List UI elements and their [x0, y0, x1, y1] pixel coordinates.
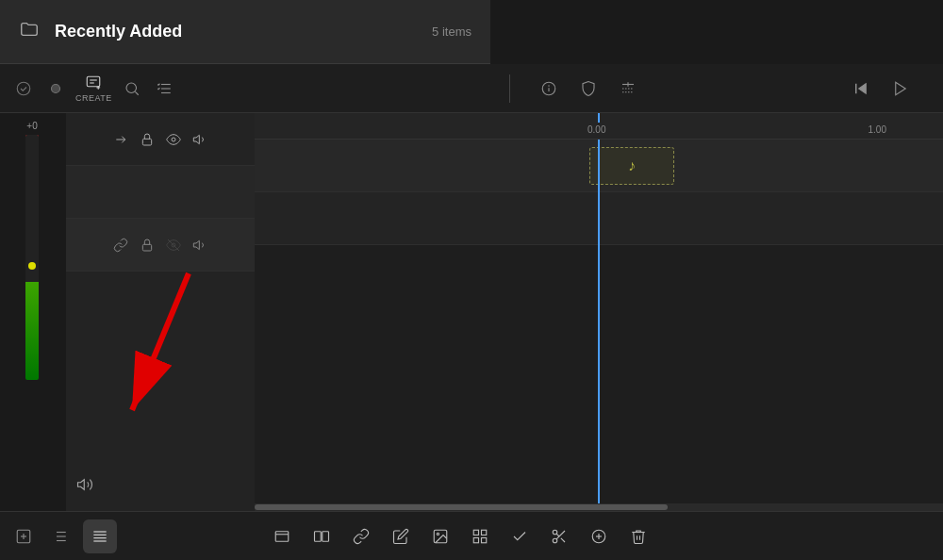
list-view-button[interactable]: [47, 524, 72, 549]
playhead-line: [598, 140, 600, 511]
record-button[interactable]: [43, 76, 68, 101]
svg-point-0: [17, 82, 30, 95]
toolbar-right-group: [518, 76, 932, 101]
track-1-timeline-area: [66, 166, 255, 219]
svg-point-24: [172, 138, 175, 141]
svg-rect-50: [473, 530, 478, 535]
skip-back-button[interactable]: [849, 76, 873, 101]
bottom-left-toolbar: [0, 511, 255, 560]
track2-volume-button[interactable]: [190, 236, 209, 255]
vu-label: +0: [26, 121, 37, 131]
svg-point-49: [437, 533, 438, 535]
track2-link-button[interactable]: [111, 236, 130, 255]
create-label: CREATE: [75, 93, 112, 103]
main-toolbar: CREATE: [0, 64, 943, 113]
svg-rect-47: [323, 531, 329, 541]
track1-eye-button[interactable]: [164, 130, 183, 149]
timeline-tracks: ♪: [255, 140, 943, 511]
check-button[interactable]: [11, 76, 36, 101]
svg-line-58: [556, 534, 559, 536]
info-button[interactable]: [537, 76, 561, 101]
track-controls: [66, 113, 255, 511]
split-button[interactable]: [309, 524, 334, 549]
svg-rect-51: [482, 530, 487, 535]
svg-rect-26: [142, 244, 151, 251]
track-1-controls: [66, 113, 255, 166]
timeline-area: 0.00 1.00 ♪: [255, 113, 943, 511]
track-2-controls: [66, 219, 255, 272]
svg-marker-30: [78, 480, 85, 490]
time-marker-0: 0.00: [587, 124, 605, 135]
playback-controls: [849, 76, 913, 101]
toolbar-left-group: CREATE: [11, 74, 502, 103]
shield-button[interactable]: [576, 76, 601, 101]
audio-waveform-icon: ♪: [628, 157, 636, 174]
track2-eye-button[interactable]: [164, 236, 183, 255]
svg-marker-21: [896, 82, 906, 95]
toolbar-divider: [509, 74, 510, 103]
svg-point-14: [549, 85, 550, 86]
timeline-ruler: 0.00 1.00: [255, 113, 943, 140]
svg-rect-53: [482, 537, 487, 542]
trim-button[interactable]: [270, 524, 294, 549]
photo-button[interactable]: [428, 524, 453, 549]
vu-marker: [28, 262, 36, 270]
playhead-top-marker: [598, 113, 600, 123]
grid-view-button[interactable]: [83, 519, 117, 553]
svg-rect-52: [473, 537, 478, 542]
track2-lock-button[interactable]: [138, 236, 157, 255]
link-button[interactable]: [349, 524, 373, 549]
vu-meter-container: +0: [0, 113, 64, 511]
svg-marker-29: [193, 240, 199, 249]
timeline-scrollbar[interactable]: [255, 503, 943, 511]
play-button[interactable]: [888, 76, 913, 101]
create-button[interactable]: CREATE: [75, 74, 112, 103]
panel-title: Recently Added: [55, 22, 417, 41]
svg-rect-2: [88, 76, 101, 87]
vu-overlay: [25, 135, 39, 282]
track1-follow-button[interactable]: [111, 130, 130, 149]
svg-point-1: [52, 84, 60, 92]
grid-button[interactable]: [468, 524, 492, 549]
svg-line-8: [135, 91, 138, 94]
folder-icon: [19, 19, 40, 44]
add-circle-button[interactable]: [587, 524, 611, 549]
toolbar-right-controls: [537, 76, 640, 101]
item-count: 5 items: [432, 25, 472, 39]
svg-marker-19: [859, 83, 867, 93]
bottom-toolbar: [255, 511, 943, 560]
svg-line-57: [561, 537, 565, 541]
add-track-button[interactable]: [11, 524, 36, 549]
svg-point-54: [553, 530, 557, 535]
scrollbar-thumb[interactable]: [255, 504, 668, 510]
recently-added-panel: Recently Added 5 items: [0, 0, 490, 64]
track1-volume-button[interactable]: [190, 130, 209, 149]
svg-rect-44: [275, 531, 289, 541]
delete-button[interactable]: [626, 524, 651, 549]
svg-rect-23: [142, 139, 151, 145]
audio-clip[interactable]: ♪: [589, 147, 674, 185]
svg-point-55: [553, 538, 557, 543]
svg-point-7: [126, 83, 137, 93]
svg-marker-25: [193, 135, 199, 143]
master-volume[interactable]: [66, 466, 104, 503]
svg-rect-46: [315, 531, 322, 541]
add-marker-button[interactable]: [616, 76, 640, 101]
time-marker-1: 1.00: [869, 124, 886, 135]
track1-lock-button[interactable]: [138, 130, 157, 149]
edit-button[interactable]: [389, 524, 413, 549]
checkbox-button[interactable]: [507, 524, 532, 549]
list-filter-button[interactable]: [152, 76, 176, 101]
scissors-button[interactable]: [547, 524, 571, 549]
search-button[interactable]: [120, 76, 144, 101]
master-vol-button[interactable]: [74, 474, 95, 495]
